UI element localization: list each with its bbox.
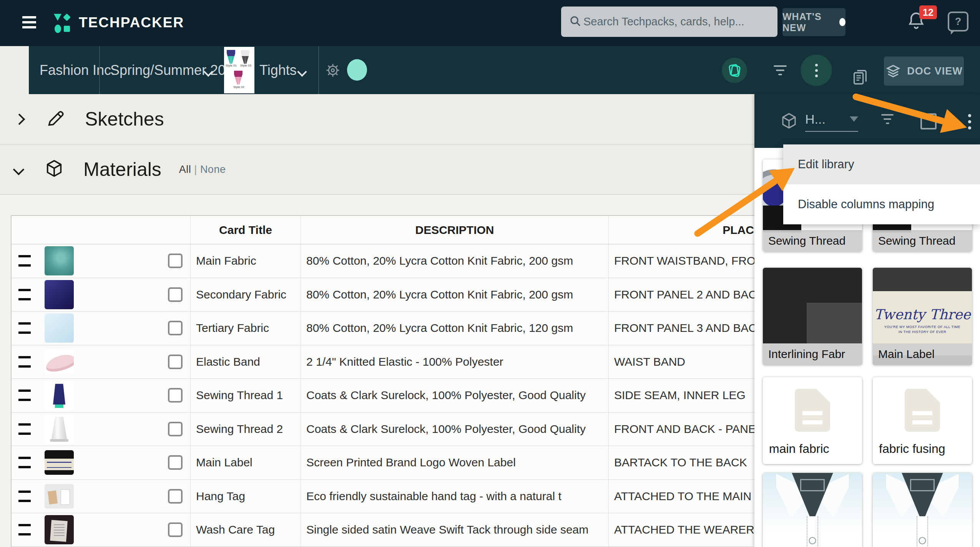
hamburger-menu-icon[interactable] xyxy=(22,16,36,28)
materials-title: Materials xyxy=(83,158,161,181)
material-thumbnail[interactable] xyxy=(45,484,74,509)
material-thumbnail[interactable] xyxy=(45,515,74,544)
description-cell[interactable]: 80% Cotton, 20% Lycra Cotton Knit Fabric… xyxy=(301,312,608,345)
menu-item-edit-library[interactable]: Edit library xyxy=(783,144,980,184)
label-line3: IN THE HISTORY OF EVER xyxy=(899,330,946,334)
section-materials[interactable]: Materials All|None xyxy=(0,145,755,195)
techpacker-app: { "topbar": { "brand": "TECHPACKER", "se… xyxy=(0,0,980,547)
toolbar-kebab-button[interactable] xyxy=(801,55,832,86)
library-card[interactable] xyxy=(873,473,972,547)
drag-handle-icon[interactable] xyxy=(18,289,31,300)
card-title-cell[interactable]: Tertiary Fabric xyxy=(190,312,301,345)
description-cell[interactable]: Coats & Clark Surelock, 100% Polyester, … xyxy=(301,379,608,412)
filter-icon[interactable] xyxy=(881,114,894,124)
row-checkbox[interactable] xyxy=(168,254,183,268)
techpack-thumbnail[interactable]: Style 01 Style 03 Style 02 xyxy=(224,47,254,93)
help-button[interactable]: ? xyxy=(948,12,968,31)
doc-view-button[interactable]: DOC VIEW xyxy=(884,56,964,86)
chevron-right-icon[interactable] xyxy=(14,113,25,125)
select-all-link[interactable]: All xyxy=(179,164,191,175)
description-cell[interactable]: 2 1/4" Knitted Elastic - 100% Polyester xyxy=(301,345,608,379)
row-checkbox[interactable] xyxy=(168,522,183,537)
row-checkbox[interactable] xyxy=(168,489,183,504)
material-thumbnail[interactable] xyxy=(45,313,74,343)
row-checkbox[interactable] xyxy=(168,388,183,403)
row-checkbox[interactable] xyxy=(168,455,183,470)
card-title-cell[interactable]: Elastic Band xyxy=(190,345,301,379)
copy-doc-icon[interactable] xyxy=(851,68,869,88)
library-kebab-button[interactable] xyxy=(968,111,971,133)
drag-handle-icon[interactable] xyxy=(18,322,31,334)
header-select-column xyxy=(12,216,190,244)
description-cell[interactable]: Eco friendly sustainable hand tag - with… xyxy=(301,480,608,513)
notification-badge: 12 xyxy=(919,5,937,19)
select-none-link[interactable]: None xyxy=(200,164,226,175)
drag-handle-icon[interactable] xyxy=(18,255,31,267)
chevron-down-icon[interactable] xyxy=(297,67,307,76)
description-cell[interactable]: Screen Printed Brand Logo Woven Label xyxy=(301,446,608,479)
menu-item-disable-columns-mapping[interactable]: Disable columns mapping xyxy=(783,184,980,224)
description-cell[interactable]: Single sided satin Weave Swift Tack thro… xyxy=(301,513,608,547)
whats-new-dot-icon xyxy=(839,18,845,26)
material-thumbnail[interactable] xyxy=(45,450,74,475)
library-card[interactable]: Interlining Fabr xyxy=(763,268,862,365)
drag-handle-icon[interactable] xyxy=(18,423,31,435)
card-title-cell[interactable]: Secondary Fabric xyxy=(190,278,301,312)
tights-style-03-art xyxy=(241,50,249,64)
material-thumbnail[interactable] xyxy=(45,414,74,444)
cards-view-button[interactable] xyxy=(722,58,747,83)
material-thumbnail[interactable] xyxy=(45,246,74,275)
description-cell[interactable]: Coats & Clark Surelock, 100% Polyester, … xyxy=(301,413,608,446)
techpacker-logo[interactable] xyxy=(54,12,71,34)
pipe-separator: | xyxy=(194,164,197,175)
chevron-down-icon[interactable] xyxy=(13,164,25,175)
row-checkbox[interactable] xyxy=(168,287,183,302)
card-title-cell[interactable]: Wash Care Tag xyxy=(190,513,301,547)
material-thumbnail[interactable] xyxy=(45,350,74,374)
library-panel-header: H... xyxy=(754,94,980,148)
gear-icon[interactable] xyxy=(325,62,341,80)
sketches-title: Sketches xyxy=(85,108,164,130)
filter-icon[interactable] xyxy=(774,65,787,75)
section-sketches[interactable]: Sketches xyxy=(0,94,755,145)
search-input[interactable] xyxy=(583,15,769,28)
material-thumbnail[interactable] xyxy=(45,381,74,410)
product-selector[interactable]: Tights xyxy=(259,62,297,78)
board-view-icon[interactable] xyxy=(920,113,937,129)
description-cell[interactable]: 80% Cotton, 20% Lycra Cotton Knit Fabric… xyxy=(301,278,608,312)
library-card[interactable]: fabric fusing xyxy=(873,377,972,464)
document-icon xyxy=(905,389,940,432)
row-checkbox[interactable] xyxy=(168,321,183,335)
library-card[interactable] xyxy=(763,473,862,547)
library-selector[interactable]: H... xyxy=(805,107,858,132)
material-thumbnail[interactable] xyxy=(45,280,74,309)
whats-new-label: WHAT'S NEW xyxy=(782,11,834,33)
brand-title: TECHPACKER xyxy=(79,15,184,31)
shirt-sketch-image xyxy=(873,473,972,547)
avatar[interactable] xyxy=(347,59,367,81)
library-card[interactable]: main fabric xyxy=(763,377,862,464)
library-kebab-menu: Edit library Disable columns mapping xyxy=(783,144,980,224)
drag-handle-icon[interactable] xyxy=(18,457,31,468)
company-name[interactable]: Fashion Inc. xyxy=(40,62,115,78)
divider xyxy=(99,46,100,94)
divider xyxy=(318,46,319,94)
card-title-cell[interactable]: Main Fabric xyxy=(190,244,301,278)
card-title-cell[interactable]: Sewing Thread 1 xyxy=(190,379,301,412)
drag-handle-icon[interactable] xyxy=(18,524,31,535)
row-checkbox[interactable] xyxy=(168,422,183,436)
whats-new-button[interactable]: WHAT'S NEW xyxy=(782,8,845,36)
library-card[interactable]: Twenty Three YOU'RE MY MOST FAVORITE OF … xyxy=(873,268,972,365)
row-checkbox[interactable] xyxy=(168,355,183,369)
global-search[interactable] xyxy=(561,7,777,37)
drag-handle-icon[interactable] xyxy=(18,356,31,368)
description-cell[interactable]: 80% Cotton, 20% Lycra Cotton Knit Fabric… xyxy=(301,244,608,278)
card-title-cell[interactable]: Sewing Thread 2 xyxy=(190,413,301,446)
search-icon xyxy=(568,14,583,30)
card-title-cell[interactable]: Main Label xyxy=(190,446,301,479)
drag-handle-icon[interactable] xyxy=(18,390,31,401)
dropdown-triangle-icon xyxy=(850,116,858,122)
card-caption: Interlining Fabr xyxy=(763,343,862,365)
card-title-cell[interactable]: Hang Tag xyxy=(190,480,301,513)
drag-handle-icon[interactable] xyxy=(18,491,31,502)
